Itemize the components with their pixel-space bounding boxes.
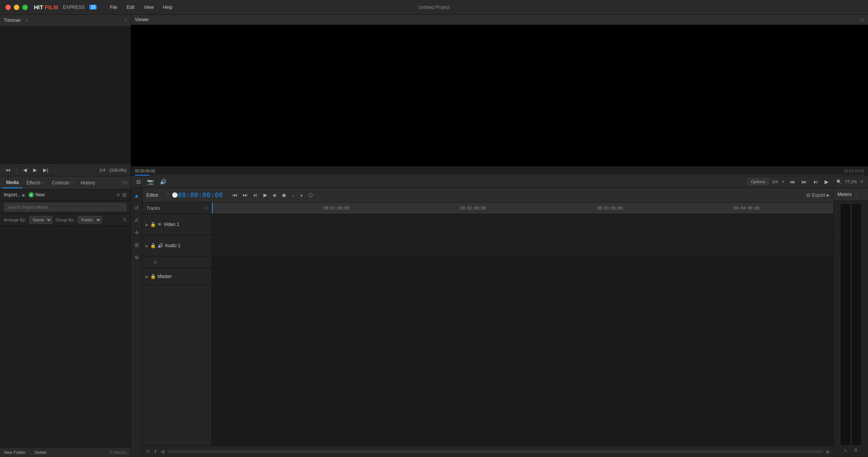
select-tool-button[interactable]: ▲ xyxy=(132,191,141,200)
ruler-mark-3: 00:03:00:00 xyxy=(597,206,623,210)
video1-visibility-icon[interactable]: 👁 xyxy=(158,222,162,227)
grid-view-icon[interactable]: ⊞ xyxy=(122,192,127,198)
viewer-timeline[interactable]: 00:00:00:00 00:04:10:00 xyxy=(131,166,868,176)
audio1-audio-icon[interactable]: 🔊 xyxy=(158,243,163,248)
trimmer-controls: ⏮ ◀ ▶ ▶| 1/4 (100.0%) xyxy=(0,164,131,176)
ctrl-divider-2 xyxy=(54,167,55,173)
playhead-indicator xyxy=(212,203,213,214)
tab-effects-close[interactable]: × xyxy=(42,181,44,185)
viewer-stepback-button[interactable]: ⏭ xyxy=(800,178,808,186)
viewer-panel: Viewer ⊞ 00:00:00:00 00:04:10:00 ⊟ 📷 🔊 O… xyxy=(131,15,868,187)
editor-play-button[interactable]: ▶ xyxy=(262,191,269,199)
arrange-select[interactable]: Name xyxy=(29,216,52,224)
window-controls[interactable] xyxy=(0,5,28,10)
delete-button[interactable]: Delete xyxy=(34,450,47,455)
editor-stepback-button[interactable]: ⏭ xyxy=(241,191,249,199)
master-lock-icon[interactable]: 🔒 xyxy=(150,274,156,279)
editor-prev-button[interactable]: ⏮ xyxy=(231,191,239,199)
list-view-icon[interactable]: ≡ xyxy=(117,192,120,198)
video1-timeline-track[interactable] xyxy=(212,214,833,235)
sort-icon[interactable]: ⇅ xyxy=(123,217,127,223)
import-button[interactable]: Import... ▶ xyxy=(4,192,25,198)
editor-go-out-button[interactable]: ⬧ xyxy=(298,191,305,199)
viewer-expand-left-button[interactable]: ⊟ xyxy=(135,178,142,186)
viewer-snapshot-button[interactable]: 📷 xyxy=(146,178,155,186)
viewer-expand-icon[interactable]: ⊞ xyxy=(860,17,864,22)
viewer-progress-bar[interactable] xyxy=(135,175,864,176)
video1-lock-icon[interactable]: 🔒 xyxy=(150,222,156,227)
editor-help-icon[interactable]: ? xyxy=(166,193,169,198)
move-tool-button[interactable]: ✛ xyxy=(133,228,141,237)
editor-clock-icon[interactable]: 🕐 xyxy=(172,192,178,198)
meter-bar-left xyxy=(841,204,850,445)
viewer-audio-button[interactable]: 🔊 xyxy=(158,178,168,186)
tracks-menu-icon[interactable]: ≡ xyxy=(204,205,208,211)
media-toolbar: Import... ▶ + New ≡ ⊞ xyxy=(0,189,131,201)
viewer-play-button[interactable]: ▶ xyxy=(823,178,830,186)
editor-mark-in-button[interactable]: ◈ xyxy=(271,191,278,199)
video1-expand-icon[interactable]: ▶ xyxy=(146,223,149,227)
editor-mark-out-button[interactable]: ◉ xyxy=(280,191,288,199)
tab-controls[interactable]: Controls × xyxy=(48,178,77,188)
tab-effects[interactable]: Effects × xyxy=(23,178,48,188)
rotate-tool-button[interactable]: ↺ xyxy=(133,203,141,213)
maximize-button[interactable] xyxy=(22,5,28,10)
tab-controls-close[interactable]: × xyxy=(71,181,73,185)
timeline-scrollbar[interactable] xyxy=(168,450,823,453)
viewer-zoom: 77.1% xyxy=(845,179,857,184)
audio1-timeline-track[interactable] xyxy=(212,235,833,256)
editor-link-icon[interactable]: ⬇ xyxy=(153,449,158,454)
viewer-prev-button[interactable]: ⏮ xyxy=(788,178,797,186)
tab-history[interactable]: History xyxy=(77,178,99,188)
export-label: Export xyxy=(812,193,825,198)
viewer-options-button[interactable]: Options xyxy=(747,178,769,185)
editor-settings-icon[interactable]: ⚙ xyxy=(146,449,150,454)
new-folder-button[interactable]: New Folder xyxy=(4,450,25,455)
trimmer-stepback-button[interactable]: ◀ xyxy=(22,166,28,174)
meter-label-r: R xyxy=(855,448,857,452)
trimmer-prev-button[interactable]: ⏮ xyxy=(4,166,12,174)
master-expand-icon[interactable]: ▶ xyxy=(146,275,149,279)
editor-stepforward-button[interactable]: ⏯ xyxy=(251,191,260,199)
new-button[interactable]: + New xyxy=(28,192,45,198)
trimmer-close-button[interactable]: × xyxy=(25,18,28,23)
viewer-controls: ⊟ 📷 🔊 Options 1/4 ▼ ⏮ ⏭ ⏯ ▶ 🔍 77.1% ▼ xyxy=(131,176,868,187)
video1-track-name: Video 1 xyxy=(164,222,179,227)
text-tool-button[interactable]: A xyxy=(133,216,140,225)
trimmer-help-icon[interactable]: ? xyxy=(124,18,127,23)
editor-main: Editor ? 🕐 00:00:00:00 ⏮ ⏭ ⏯ ▶ ◈ ◉ ⬦ ⬧ ⬡ xyxy=(142,188,833,457)
tab-media[interactable]: Media xyxy=(2,177,23,188)
group-label: Group By: xyxy=(55,218,75,222)
viewer-title: Viewer xyxy=(135,17,149,22)
media-panel-settings-icon[interactable]: ⚙ xyxy=(124,180,128,186)
menu-file[interactable]: File xyxy=(106,3,121,12)
meters-content: 6 0 -6 -12 -18 -24 -30 -36 -42 -48 -54 xyxy=(834,201,868,457)
group-select[interactable]: Folder xyxy=(78,216,102,224)
close-button[interactable] xyxy=(5,5,11,10)
main-layout: Trimmer × ? ⏮ ◀ ▶ ▶| 1/4 (100.0%) Media xyxy=(0,15,868,457)
menu-edit[interactable]: Edit xyxy=(123,3,139,12)
audio1-sub-timeline xyxy=(212,256,833,268)
master-timeline-track[interactable] xyxy=(212,268,833,285)
viewer-stepforward-button[interactable]: ⏯ xyxy=(811,178,820,186)
transform-tool-button[interactable]: ⊞ xyxy=(133,240,141,249)
audio1-lock-icon[interactable]: 🔒 xyxy=(150,243,156,248)
track-header-audio1: ▶ 🔒 🔊 Audio 1 xyxy=(142,235,211,256)
editor-ripple-button[interactable]: ⬡ xyxy=(307,191,314,199)
anchor-tool-button[interactable]: ⊕ xyxy=(133,253,141,262)
export-button[interactable]: ⊟ Export ▶ xyxy=(806,193,829,198)
minimize-button[interactable] xyxy=(14,5,19,10)
timeline-ruler[interactable]: 00:01:00:00 00:02:00:00 00:03:00:00 00:0… xyxy=(212,203,833,214)
search-input[interactable] xyxy=(4,203,127,211)
editor-panel-title: Editor xyxy=(146,193,158,198)
trimmer-play-button[interactable]: ▶ xyxy=(32,166,39,174)
menu-help[interactable]: Help xyxy=(159,3,176,12)
menu-view[interactable]: View xyxy=(140,3,158,12)
editor-scroll-left-icon[interactable]: ◀ xyxy=(161,449,164,454)
editor-go-in-button[interactable]: ⬦ xyxy=(290,191,296,199)
trimmer-stepforward-button[interactable]: ▶| xyxy=(42,166,50,174)
meters-close-button[interactable]: × xyxy=(855,192,857,197)
trimmer-tab-label[interactable]: Trimmer xyxy=(4,17,21,24)
editor-scroll-right-icon[interactable]: ▶ xyxy=(826,449,830,454)
audio1-expand-icon[interactable]: ▶ xyxy=(146,244,149,248)
